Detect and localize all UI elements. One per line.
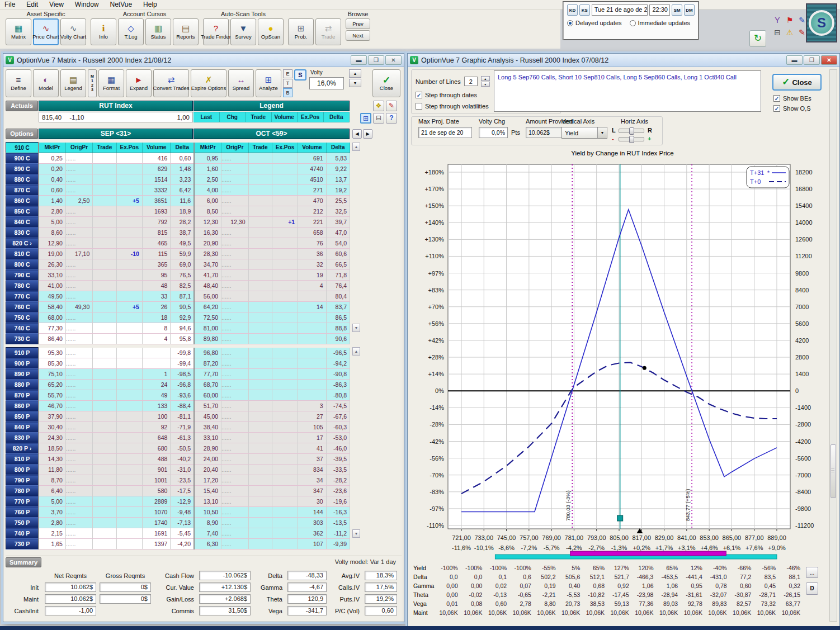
expos-cell[interactable] — [272, 164, 298, 174]
origpr-cell[interactable]: ...... — [221, 185, 248, 196]
mktpr-cell[interactable]: 13,10 — [194, 496, 221, 507]
volume-cell[interactable] — [298, 334, 326, 344]
strike-button-770-c[interactable]: 770 C — [6, 291, 39, 302]
delta-cell[interactable]: -46,0 — [326, 443, 350, 454]
volume-cell[interactable]: 37 — [298, 454, 326, 465]
trade-cell[interactable] — [248, 228, 272, 238]
expos-cell[interactable] — [116, 401, 142, 411]
expos-cell[interactable] — [272, 291, 298, 302]
delta-cell[interactable]: -50,5 — [171, 443, 194, 454]
summary-field-delta[interactable]: -48,33 — [287, 571, 327, 580]
trade-cell[interactable] — [93, 281, 116, 291]
mktpr-cell[interactable]: 2,50 — [194, 174, 221, 185]
expos-cell[interactable] — [272, 249, 298, 259]
delta-cell[interactable]: 59,9 — [171, 249, 194, 259]
volume-cell[interactable] — [142, 348, 170, 358]
expos-cell[interactable] — [272, 238, 298, 249]
mktpr-cell[interactable]: 81,00 — [194, 323, 221, 334]
summary-field-vega[interactable]: -341,7 — [287, 606, 327, 615]
volume-cell[interactable]: 17 — [298, 433, 326, 443]
strike-button-760-c[interactable]: 760 C — [6, 302, 39, 312]
volume-cell[interactable]: 1397 — [142, 539, 170, 550]
volty-field[interactable]: 16,0% — [309, 77, 344, 89]
origpr-cell[interactable]: ...... — [65, 238, 92, 249]
origpr-cell[interactable]: 49,30 — [65, 302, 92, 312]
stats-more-button[interactable]: ... — [806, 567, 818, 578]
expos-cell[interactable] — [272, 486, 298, 496]
delta-cell[interactable]: 49,5 — [171, 238, 194, 249]
expos-cell[interactable] — [116, 153, 142, 164]
printer-icon[interactable]: ⊟ — [772, 28, 783, 37]
origpr-cell[interactable]: ...... — [221, 401, 248, 411]
expos-cell[interactable] — [272, 433, 298, 443]
mktpr-cell[interactable]: 85,30 — [39, 358, 65, 369]
expos-cell[interactable] — [116, 323, 142, 334]
trade-cell[interactable] — [248, 475, 272, 486]
volume-cell[interactable]: 1740 — [142, 518, 170, 528]
alert-flag-icon[interactable]: ⚑ — [784, 16, 795, 25]
origpr-cell[interactable]: ...... — [221, 153, 248, 164]
volume-cell[interactable]: 48 — [142, 281, 170, 291]
trade-cell[interactable] — [248, 334, 272, 344]
show-bes-checkbox[interactable]: ✓ Show BEs — [773, 95, 811, 102]
volume-cell[interactable]: 133 — [142, 401, 170, 411]
delta-cell[interactable]: -74,5 — [326, 401, 350, 411]
origpr-cell[interactable]: ...... — [65, 422, 92, 433]
delta-cell[interactable]: 69,0 — [171, 259, 194, 270]
restore-button[interactable]: ❐ — [804, 55, 820, 65]
expos-cell[interactable] — [272, 496, 298, 507]
volume-cell[interactable]: 76 — [298, 238, 326, 249]
origpr-cell[interactable]: ...... — [65, 443, 92, 454]
strike-button-800-c[interactable]: 800 C — [6, 259, 39, 270]
format-button[interactable]: ▦Format — [98, 69, 124, 97]
horiz-axis-zoom-slider[interactable] — [619, 137, 644, 141]
expos-cell[interactable] — [272, 358, 298, 369]
delta-cell[interactable]: 54,0 — [326, 238, 350, 249]
matrix-close-button[interactable]: ✓Close — [372, 69, 400, 97]
mktpr-cell[interactable]: 24,00 — [194, 454, 221, 465]
survey-button[interactable]: ▼Survey — [230, 18, 256, 45]
summary-field-avg-iv[interactable]: 18,3% — [365, 571, 397, 580]
origpr-cell[interactable]: ...... — [65, 334, 92, 344]
delta-cell[interactable]: 92,9 — [171, 312, 194, 323]
trade-cell[interactable] — [248, 323, 272, 334]
strike-button-880-p[interactable]: 880 P — [6, 380, 39, 390]
delta-cell[interactable]: -67,6 — [326, 411, 350, 422]
position-description-field[interactable]: Long 5 Sep760 Calls, Short 10 Sep810 Cal… — [494, 70, 761, 112]
volume-cell[interactable]: 465 — [142, 238, 170, 249]
mktpr-cell[interactable]: 18,50 — [39, 443, 65, 454]
matrix-titlebar[interactable]: V OptionVue 7 Matrix - Russell 2000 Inde… — [3, 54, 404, 67]
origpr-cell[interactable]: ...... — [65, 380, 92, 390]
volume-cell[interactable]: 3651 — [142, 196, 170, 206]
strike-button-810-p[interactable]: 810 P — [6, 454, 39, 465]
mktpr-cell[interactable]: 96,80 — [194, 348, 221, 358]
volume-cell[interactable]: 4 — [142, 334, 170, 344]
expos-cell[interactable] — [116, 348, 142, 358]
origpr-cell[interactable]: ...... — [65, 358, 92, 369]
show-os-checkbox[interactable]: ✓ Show O,S — [773, 105, 811, 112]
expos-cell[interactable] — [116, 411, 142, 422]
trade-cell[interactable] — [248, 281, 272, 291]
mktpr-cell[interactable]: 64,20 — [194, 302, 221, 312]
trade-cell[interactable] — [248, 164, 272, 174]
trade-cell[interactable] — [93, 390, 116, 401]
calls-scroll-down-icon[interactable]: ▼ — [352, 324, 360, 332]
trade-cell[interactable] — [248, 358, 272, 369]
price-chart-button[interactable]: ∿Price Chart — [33, 18, 59, 45]
mktpr-cell[interactable]: 28,30 — [194, 249, 221, 259]
volume-cell[interactable]: 26 — [142, 302, 170, 312]
volume-cell[interactable]: 629 — [142, 164, 170, 174]
expos-cell[interactable] — [116, 507, 142, 518]
trade-cell[interactable] — [248, 270, 272, 281]
delta-cell[interactable]: 71,8 — [326, 270, 350, 281]
delta-cell[interactable]: -99,8 — [171, 348, 194, 358]
origpr-cell[interactable]: ...... — [65, 411, 92, 422]
volume-cell[interactable]: 3332 — [142, 185, 170, 196]
trade-cell[interactable] — [93, 433, 116, 443]
max-proj-date-field[interactable]: 21 de sep de 20 — [418, 127, 472, 138]
s-mode-button[interactable]: S — [294, 69, 306, 80]
trade-cell[interactable] — [93, 259, 116, 270]
lines-up-icon[interactable]: ▲ — [481, 76, 490, 81]
expos-cell[interactable] — [116, 390, 142, 401]
trade-cell[interactable] — [93, 228, 116, 238]
